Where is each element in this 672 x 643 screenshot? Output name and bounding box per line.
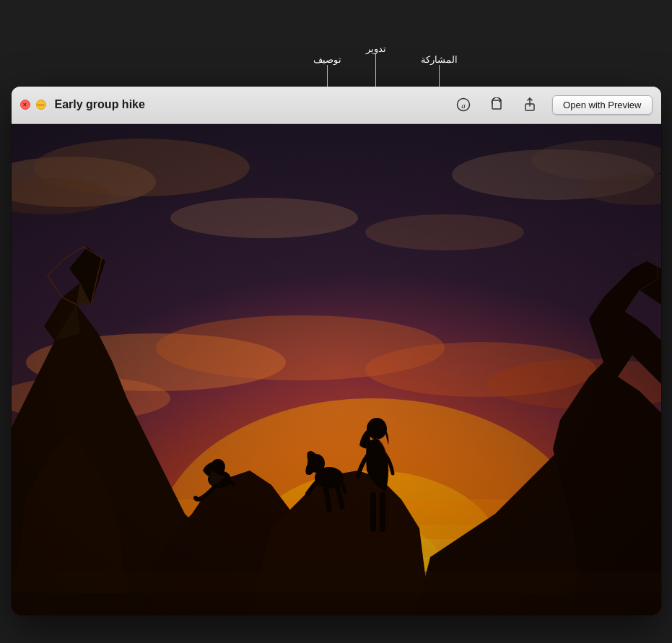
photo-scene [12,124,661,615]
share-tooltip: المشاركة [421,54,458,87]
svg-rect-45 [12,124,661,615]
describe-button[interactable]: a [453,94,474,115]
minimize-button[interactable]: — [36,100,46,110]
describe-tooltip-line [327,65,328,87]
minimize-icon: — [38,102,44,108]
window-controls: × — [20,100,46,110]
main-window: × — Early group hike a [12,87,661,615]
close-button[interactable]: × [20,100,30,110]
app-window-wrapper: المشاركة تدوير توصيف × — Early [12,29,661,615]
describe-tooltip: توصيف [313,54,341,87]
rotate-tooltip-line [375,54,376,87]
share-tooltip-line [439,65,440,87]
describe-icon: a [456,97,471,112]
share-icon [523,97,537,112]
toolbar-right: a [453,94,652,115]
share-button[interactable] [519,94,541,115]
describe-tooltip-label: توصيف [313,54,341,65]
photo-area [12,124,661,615]
rotate-tooltip-label: تدوير [366,43,386,54]
close-icon: × [23,102,27,108]
share-tooltip-label: المشاركة [421,54,458,65]
rotate-icon [489,97,504,112]
rotate-tooltip: تدوير [366,43,386,87]
rotate-button[interactable] [486,94,507,115]
svg-text:a: a [461,101,466,110]
tooltips-area: المشاركة تدوير توصيف [12,29,661,87]
titlebar: × — Early group hike a [12,87,661,124]
open-with-preview-button[interactable]: Open with Preview [552,95,652,115]
